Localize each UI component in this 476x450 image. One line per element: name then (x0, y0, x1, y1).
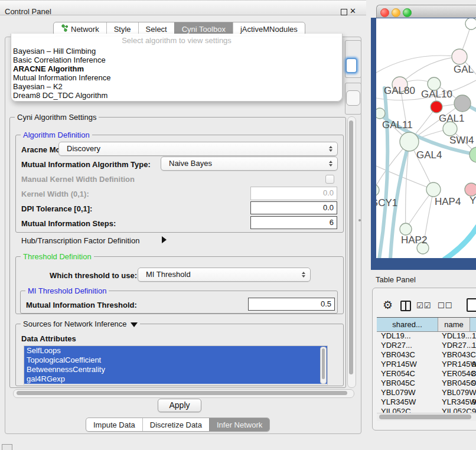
algorithm-option[interactable]: Bayesian – Hill Climbing (13, 47, 96, 56)
algorithm-option[interactable]: Bayesian – K2 (13, 82, 63, 91)
node[interactable] (465, 18, 476, 30)
mi-steps-label: Mutual Information Steps: (21, 219, 116, 228)
threshold-definition-title: Threshold Definition (21, 252, 94, 261)
float-window-icon[interactable] (341, 9, 347, 15)
table-row[interactable]: YBR045CYBR045C9. (377, 379, 476, 388)
network-canvas[interactable]: GAL GAL80 GAL10 GAL1 GAL11 SWI4 GAL4 GCY… (376, 18, 476, 258)
deselect-all-checkboxes-icon[interactable]: ☐☐ (438, 301, 452, 310)
select-all-checkboxes-icon[interactable]: ☑☑ (416, 301, 431, 310)
table-row[interactable]: YPR145WYPR145W9. (377, 360, 476, 369)
node-label: GAL80 (384, 85, 415, 96)
kernel-width-label: Kernel Width (0,1): (21, 190, 89, 198)
algorithm-option[interactable]: Mutual Information Inference (13, 73, 110, 82)
table-row[interactable]: YDL19...YDL19...13 (377, 331, 476, 341)
settings-hscrollbar[interactable] (13, 389, 354, 398)
node-label: GAL (454, 64, 474, 75)
column-header-shared[interactable]: shared... (377, 318, 438, 331)
node-label: HAP4 (435, 196, 461, 207)
attribute-item[interactable]: TopologicalCoefficient (24, 356, 327, 365)
cyni-settings-title: Cyni Algorithm Settings (15, 113, 99, 122)
node-gal-cut[interactable] (452, 49, 467, 64)
tab-discretize-data[interactable]: Discretize Data (142, 418, 209, 431)
node-label: GAL10 (421, 89, 452, 100)
data-attributes-label: Data Attributes (21, 334, 76, 343)
mi-type-label: Mutual Information Algorithm Type: (21, 160, 151, 169)
algorithm-option[interactable]: Basic Correlation Inference (13, 56, 106, 64)
gear-icon[interactable]: ⚙ (383, 298, 393, 311)
table-row[interactable]: YLR345WYLR345W9. (377, 397, 476, 407)
node-gray[interactable] (454, 95, 471, 112)
network-icon (61, 24, 68, 34)
split-columns-icon[interactable] (400, 301, 411, 311)
node-label: GAL4 (416, 149, 442, 161)
node-gal4[interactable] (400, 132, 419, 151)
mi-type-select[interactable]: Naive Bayes (161, 156, 338, 171)
table-row[interactable]: YDR27...YDR27...12 (377, 341, 476, 350)
tab-network-label: Network (71, 25, 99, 34)
bottom-tabbar: Impute Data Discretize Data Infer Networ… (86, 418, 270, 432)
screen: Control Panel ✕ Network Style Select Cyn… (0, 0, 476, 450)
node-label: GCY1 (376, 197, 397, 208)
apply-button[interactable]: Apply (158, 399, 201, 412)
dpi-tolerance-field[interactable]: 0.0 (250, 201, 337, 214)
attribute-item[interactable]: SelfLoops (24, 346, 327, 356)
manual-kernel-checkbox[interactable] (325, 175, 334, 184)
splitpane-handle[interactable] (358, 219, 361, 221)
column-header-name[interactable]: name (438, 318, 470, 331)
attribute-item[interactable]: BetweennessCentrality (24, 365, 327, 374)
close-traffic-light[interactable] (380, 8, 389, 17)
settings-scrollbar[interactable] (347, 116, 356, 388)
which-threshold-label: Which threshold to use: (50, 271, 137, 280)
edge-highlight (445, 226, 476, 258)
node-label: GAL1 (439, 113, 464, 124)
table-hscrollbar[interactable] (377, 413, 476, 421)
close-icon[interactable]: ✕ (350, 6, 356, 15)
algorithm-option-selected[interactable]: ARACNE Algorithm (13, 64, 84, 73)
node-label: GAL11 (382, 119, 413, 131)
table-row[interactable]: YBL079WYBL079W (377, 388, 476, 397)
hub-definition-toggle[interactable]: Hub/Transcription Factor Definition (21, 236, 139, 245)
dpi-tolerance-label: DPI Tolerance [0,1]: (21, 204, 92, 213)
zoom-traffic-light[interactable] (403, 8, 412, 17)
control-panel-titlebar (0, 0, 366, 15)
node-label: HAP2 (401, 234, 427, 246)
new-table-icon[interactable] (467, 298, 476, 312)
stepper-icon (302, 272, 305, 278)
table-row[interactable]: YER054CYER054C8. (377, 369, 476, 379)
algorithm-option[interactable]: Dream8 DC_TDC Algorithm (13, 91, 107, 100)
node-hap4[interactable] (426, 182, 441, 197)
sources-group-title[interactable]: Sources for Network Inference (21, 319, 140, 328)
algorithm-dropdown-placeholder: Select algorithm to view settings (11, 36, 342, 45)
node-hap2[interactable] (400, 223, 412, 235)
stepper-icon (329, 161, 332, 167)
mi-threshold-group-title: MI Threshold Definition (25, 286, 109, 295)
mi-threshold-label: Mutual Information Threshold: (26, 301, 137, 309)
algorithm-dropdown: Select algorithm to view settings Bayesi… (11, 34, 343, 102)
mi-threshold-field[interactable]: 0.5 (248, 298, 335, 311)
minimized-panel-icon[interactable] (2, 444, 12, 450)
tab-infer-network[interactable]: Infer Network (209, 418, 269, 431)
algorithm-definition-title: Algorithm Definition (21, 131, 92, 139)
column-header-cut[interactable] (470, 318, 476, 331)
table-header: shared... name (377, 317, 476, 332)
attribute-item[interactable]: gal4RGexp (24, 374, 327, 384)
table-row[interactable]: YBR043CYBR043C (377, 350, 476, 360)
attributes-scrollbar[interactable] (320, 347, 327, 384)
node-gcy1[interactable] (376, 184, 379, 196)
collapse-down-icon (131, 322, 138, 327)
manual-kernel-label: Manual Kernel Width Definition (21, 175, 135, 184)
data-attributes-list: SelfLoops TopologicalCoefficient Between… (24, 345, 328, 385)
aracne-mode-select[interactable]: Discovery (58, 142, 338, 156)
expand-right-icon[interactable] (162, 236, 167, 243)
tab-impute-data[interactable]: Impute Data (86, 418, 142, 431)
node-green[interactable] (470, 147, 476, 162)
node-red[interactable] (431, 101, 442, 113)
node-label: SWI4 (449, 135, 474, 146)
node-pink[interactable] (465, 183, 476, 196)
minimize-traffic-light[interactable] (392, 8, 400, 17)
mi-steps-field[interactable]: 6 (250, 216, 337, 229)
kernel-width-field[interactable]: 0.0 (250, 187, 337, 200)
which-threshold-select[interactable]: MI Threshold (138, 268, 311, 282)
combobox-fragment (346, 90, 360, 106)
node-gal11[interactable] (376, 108, 385, 119)
